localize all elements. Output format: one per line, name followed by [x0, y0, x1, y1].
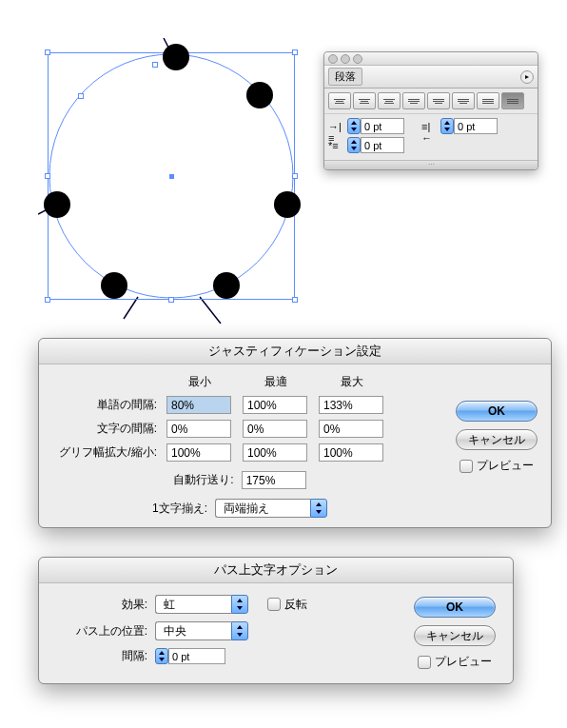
chevron-updown-icon[interactable] — [231, 595, 248, 614]
justify-right-button[interactable] — [452, 92, 475, 109]
path-object[interactable] — [44, 191, 70, 218]
effect-value: 虹 — [164, 597, 175, 613]
letter-des-input[interactable] — [243, 420, 307, 438]
anchor-icon[interactable] — [152, 62, 158, 68]
letter-max-input[interactable] — [319, 420, 383, 438]
handle-icon[interactable] — [292, 49, 298, 55]
word-min-input[interactable] — [166, 396, 231, 414]
checkbox-icon[interactable] — [418, 656, 431, 669]
panel-menu-icon[interactable]: ▸ — [520, 70, 534, 84]
preview-label: プレビュー — [477, 458, 534, 474]
spacing-stepper[interactable] — [155, 648, 225, 664]
indent-first-stepper[interactable] — [347, 137, 404, 153]
handle-icon[interactable] — [45, 173, 50, 179]
path-object[interactable] — [213, 272, 240, 299]
align-to-path-select[interactable]: 中央 — [155, 621, 248, 640]
indent-first-input[interactable] — [361, 137, 404, 153]
cancel-button[interactable]: キャンセル — [456, 429, 538, 450]
word-spacing-label: 単語の間隔: — [52, 397, 157, 413]
handle-icon[interactable] — [292, 173, 298, 179]
ok-button[interactable]: OK — [414, 597, 496, 618]
autoleading-input[interactable] — [242, 471, 306, 489]
spacing-label: 間隔: — [52, 648, 147, 664]
path-object[interactable] — [163, 44, 189, 70]
preview-checkbox[interactable]: プレビュー — [459, 458, 534, 474]
justify-left-button[interactable] — [402, 92, 425, 109]
glyph-des-input[interactable] — [243, 443, 307, 462]
panel-titlebar[interactable] — [324, 52, 538, 66]
center-point-icon — [169, 174, 174, 179]
word-max-input[interactable] — [319, 396, 383, 414]
justification-dialog: ジャスティフィケーション設定 最小 最適 最大 単語の間隔: 文字の間隔: グリ… — [38, 338, 552, 528]
checkbox-icon[interactable] — [459, 460, 473, 473]
glyph-scaling-label: グリフ幅拡大/縮小: — [52, 444, 157, 461]
glyph-max-input[interactable] — [319, 443, 383, 462]
dialog-title: パス上文字オプション — [39, 558, 513, 583]
align-left-button[interactable] — [328, 92, 351, 109]
handle-icon[interactable] — [45, 297, 50, 303]
letter-spacing-label: 文字の間隔: — [52, 421, 157, 437]
single-word-select[interactable]: 両端揃え — [215, 499, 327, 518]
minimize-icon[interactable] — [341, 54, 350, 64]
panel-resize-icon[interactable]: ⋯ — [324, 160, 538, 169]
effect-select[interactable]: 虹 — [155, 595, 248, 614]
col-des-label: 最適 — [243, 374, 309, 390]
handle-icon[interactable] — [45, 49, 50, 55]
path-object[interactable] — [101, 272, 127, 299]
flip-label: 反転 — [284, 597, 307, 613]
handle-icon[interactable] — [168, 297, 174, 303]
paragraph-panel: 段落 ▸ →|≡ ≡|← *≡ ⋯ — [323, 51, 538, 170]
indent-right-stepper[interactable] — [440, 118, 498, 134]
justify-full-button[interactable] — [501, 92, 524, 109]
indent-left-icon: →|≡ — [328, 121, 343, 132]
cancel-button[interactable]: キャンセル — [414, 625, 496, 646]
align-to-path-label: パス上の位置: — [52, 623, 147, 639]
panel-title: 段落 — [335, 70, 356, 82]
indent-first-icon: *≡ — [328, 140, 343, 151]
path-object[interactable] — [246, 82, 273, 108]
effect-label: 効果: — [52, 597, 147, 613]
handle-icon[interactable] — [292, 297, 298, 303]
single-word-label: 1文字揃え: — [152, 501, 207, 517]
close-icon[interactable] — [328, 54, 338, 64]
indent-left-input[interactable] — [361, 118, 404, 134]
type-on-path-dialog: パス上文字オプション 効果: 虹 反転 パス上の位置: 中央 間隔: OK キャ… — [38, 557, 514, 684]
word-des-input[interactable] — [243, 396, 307, 414]
svg-line-4 — [124, 297, 138, 319]
preview-checkbox[interactable]: プレビュー — [418, 654, 492, 670]
align-center-button[interactable] — [353, 92, 376, 109]
justify-center-button[interactable] — [427, 92, 450, 109]
zoom-icon[interactable] — [353, 54, 362, 64]
panel-tab-paragraph[interactable]: 段落 — [328, 68, 362, 86]
flip-checkbox[interactable]: 反転 — [267, 597, 307, 613]
anchor-icon[interactable] — [78, 93, 84, 99]
checkbox-icon[interactable] — [267, 598, 281, 611]
col-min-label: 最小 — [166, 374, 233, 390]
align-right-button[interactable] — [378, 92, 401, 109]
chevron-updown-icon[interactable] — [310, 499, 327, 518]
path-object[interactable] — [274, 191, 301, 218]
art-canvas[interactable] — [38, 38, 304, 314]
autoleading-label: 自動行送り: — [173, 472, 233, 488]
dialog-title: ジャスティフィケーション設定 — [39, 339, 551, 364]
justify-all-button[interactable] — [477, 92, 499, 109]
align-value: 中央 — [164, 623, 186, 639]
ok-button[interactable]: OK — [456, 401, 538, 422]
indent-right-input[interactable] — [454, 118, 498, 134]
chevron-updown-icon[interactable] — [231, 621, 248, 640]
col-max-label: 最大 — [319, 374, 385, 390]
indent-left-stepper[interactable] — [347, 118, 404, 134]
letter-min-input[interactable] — [166, 420, 231, 438]
indent-right-icon: ≡|← — [421, 121, 437, 132]
preview-label: プレビュー — [435, 654, 492, 670]
glyph-min-input[interactable] — [166, 443, 231, 462]
svg-line-3 — [200, 297, 221, 324]
spacing-input[interactable] — [168, 648, 225, 664]
single-word-value: 両端揃え — [224, 501, 269, 517]
